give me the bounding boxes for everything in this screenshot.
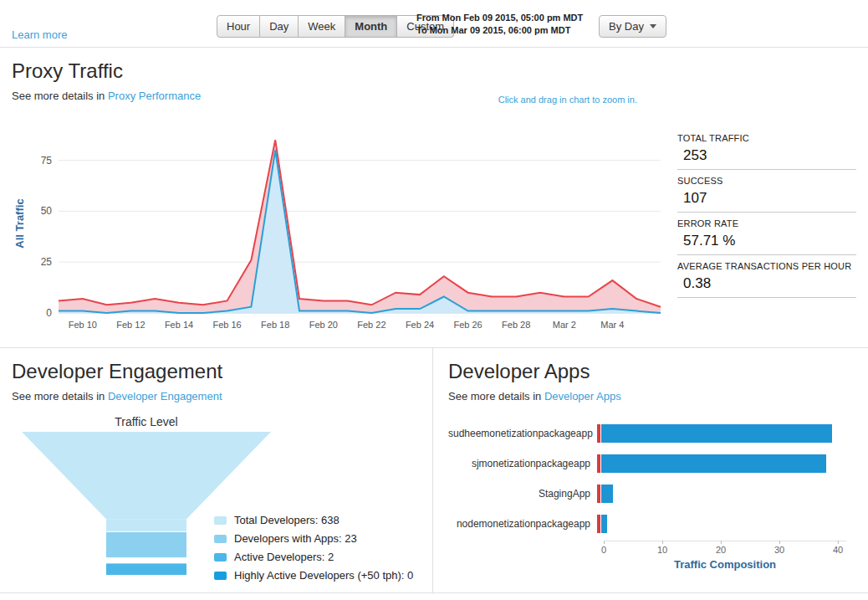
- bar-track[interactable]: [597, 454, 840, 474]
- bar-label: nodemonetizationpackageapp: [448, 518, 597, 530]
- legend-label: Total Developers: 638: [234, 514, 340, 526]
- x-axis-tick: 30: [774, 545, 784, 555]
- bar-error-segment[interactable]: [597, 424, 600, 443]
- proxy-traffic-title: Proxy Traffic: [12, 59, 856, 83]
- legend-item: Active Developers: 2: [214, 551, 413, 563]
- bar-row: sudheemonetizationpackageapp: [448, 418, 846, 449]
- bar-error-segment[interactable]: [597, 485, 600, 503]
- svg-text:25: 25: [41, 256, 53, 268]
- subtitle-text: See more details in: [12, 390, 105, 403]
- proxy-chart-row: 0255075Feb 10Feb 12Feb 14Feb 16Feb 18Feb…: [12, 126, 856, 343]
- legend-item: Developers with Apps: 23: [214, 532, 413, 545]
- subtitle-text: See more details in: [12, 90, 105, 102]
- funnel-legend: Total Developers: 638Developers with App…: [214, 514, 413, 587]
- legend-item: Total Developers: 638: [214, 514, 413, 526]
- svg-text:Feb 26: Feb 26: [453, 320, 482, 330]
- svg-text:50: 50: [41, 205, 53, 217]
- bar-label: StagingApp: [448, 488, 597, 500]
- svg-text:Feb 14: Feb 14: [165, 320, 193, 330]
- time-range-hour-button[interactable]: Hour: [217, 15, 260, 38]
- legend-swatch: [214, 553, 227, 562]
- time-range-month-button[interactable]: Month: [345, 15, 397, 38]
- bar-track[interactable]: [597, 423, 840, 444]
- svg-text:Feb 28: Feb 28: [502, 320, 530, 330]
- legend-swatch: [214, 516, 227, 525]
- bottom-row: Developer Engagement See more details in…: [0, 348, 868, 593]
- developer-apps-section: Developer Apps See more details in Devel…: [433, 348, 868, 592]
- developer-engagement-link[interactable]: Developer Engagement: [108, 390, 222, 403]
- stat-value: 107: [683, 190, 856, 207]
- all-traffic-chart-svg[interactable]: 0255075Feb 10Feb 12Feb 14Feb 16Feb 18Feb…: [12, 126, 671, 340]
- developer-engagement-section: Developer Engagement See more details in…: [0, 348, 433, 592]
- y-axis-label: All Traffic: [13, 198, 26, 248]
- svg-text:Mar 2: Mar 2: [553, 320, 576, 330]
- bar-value-segment[interactable]: [601, 454, 827, 473]
- stat-label: AVERAGE TRANSACTIONS PER HOUR: [677, 261, 856, 271]
- time-range-day-button[interactable]: Day: [260, 15, 299, 38]
- apps-bar-rows: sudheemonetizationpackageappsjmonetizati…: [448, 418, 846, 539]
- developer-engagement-subtitle: See more details in Developer Engagement: [12, 390, 421, 403]
- svg-text:Feb 20: Feb 20: [309, 320, 338, 330]
- x-axis-tick: 40: [833, 545, 843, 555]
- funnel-title: Traffic Level: [21, 415, 272, 428]
- stat-label: SUCCESS: [677, 176, 856, 186]
- bar-row: StagingApp: [448, 479, 846, 509]
- proxy-traffic-subtitle: See more details in Proxy Performance: [12, 90, 856, 102]
- svg-text:Feb 12: Feb 12: [116, 320, 145, 330]
- developer-engagement-title: Developer Engagement: [12, 360, 421, 383]
- date-range: From Mon Feb 09 2015, 05:00 pm MDT To Mo…: [416, 12, 583, 37]
- stat-value: 253: [683, 147, 856, 164]
- x-axis-tick: 0: [601, 545, 606, 555]
- topbar: Learn more HourDayWeekMonthCustom From M…: [0, 0, 868, 48]
- svg-text:75: 75: [41, 155, 53, 167]
- by-day-dropdown[interactable]: By Day: [599, 15, 666, 38]
- stat-value: 57.71 %: [683, 233, 856, 249]
- x-axis-tick: 10: [657, 545, 667, 555]
- bar-error-segment[interactable]: [597, 454, 600, 473]
- stat-value: 0.38: [683, 275, 856, 292]
- subtitle-text: See more details in: [448, 390, 541, 403]
- stat-block: TOTAL TRAFFIC253: [677, 129, 856, 170]
- zoom-hint: Click and drag in chart to zoom in.: [498, 95, 637, 105]
- caret-down-icon: [650, 24, 656, 28]
- bar-track[interactable]: [597, 514, 840, 534]
- stat-block: ERROR RATE57.71 %: [677, 214, 856, 255]
- x-axis-label: Traffic Composition: [604, 558, 846, 571]
- proxy-traffic-section: Proxy Traffic See more details in Proxy …: [0, 48, 868, 348]
- all-traffic-chart[interactable]: 0255075Feb 10Feb 12Feb 14Feb 16Feb 18Feb…: [12, 126, 671, 343]
- apps-x-axis: 010203040: [604, 541, 846, 556]
- bar-value-segment[interactable]: [601, 424, 833, 443]
- stat-label: ERROR RATE: [677, 218, 856, 228]
- x-axis-tick: 20: [716, 545, 726, 555]
- legend-swatch: [214, 535, 227, 543]
- time-range-week-button[interactable]: Week: [299, 15, 345, 38]
- bar-value-segment[interactable]: [601, 485, 613, 503]
- bar-track[interactable]: [597, 484, 840, 504]
- legend-label: Developers with Apps: 23: [234, 532, 357, 545]
- stat-block: AVERAGE TRANSACTIONS PER HOUR0.38: [677, 257, 856, 298]
- developer-apps-subtitle: See more details in Developer Apps: [448, 390, 853, 403]
- svg-text:Feb 16: Feb 16: [212, 320, 241, 330]
- developer-apps-link[interactable]: Developer Apps: [544, 390, 621, 403]
- date-range-to: To Mon Mar 09 2015, 06:00 pm MDT: [416, 24, 583, 37]
- svg-text:Feb 18: Feb 18: [261, 320, 289, 330]
- svg-text:Feb 22: Feb 22: [357, 320, 385, 330]
- learn-more-link[interactable]: Learn more: [12, 28, 67, 41]
- proxy-performance-link[interactable]: Proxy Performance: [108, 90, 201, 102]
- bar-error-segment[interactable]: [597, 515, 600, 533]
- legend-swatch: [214, 572, 227, 580]
- bar-label: sjmonetizationpackageapp: [448, 458, 597, 469]
- legend-item: Highly Active Developers (+50 tph): 0: [214, 569, 413, 582]
- bar-row: nodemonetizationpackageapp: [448, 509, 846, 539]
- svg-text:Mar 4: Mar 4: [600, 320, 624, 330]
- by-day-label: By Day: [609, 20, 644, 33]
- traffic-stats: TOTAL TRAFFIC253SUCCESS107ERROR RATE57.7…: [677, 126, 856, 343]
- legend-label: Highly Active Developers (+50 tph): 0: [234, 569, 413, 582]
- legend-label: Active Developers: 2: [234, 551, 334, 563]
- svg-text:Feb 10: Feb 10: [69, 320, 97, 330]
- developer-apps-title: Developer Apps: [448, 360, 853, 383]
- apps-bar-chart: sudheemonetizationpackageappsjmonetizati…: [448, 418, 846, 571]
- svg-text:Feb 24: Feb 24: [406, 320, 434, 330]
- bar-label: sudheemonetizationpackageapp: [448, 428, 597, 439]
- bar-value-segment[interactable]: [601, 515, 607, 533]
